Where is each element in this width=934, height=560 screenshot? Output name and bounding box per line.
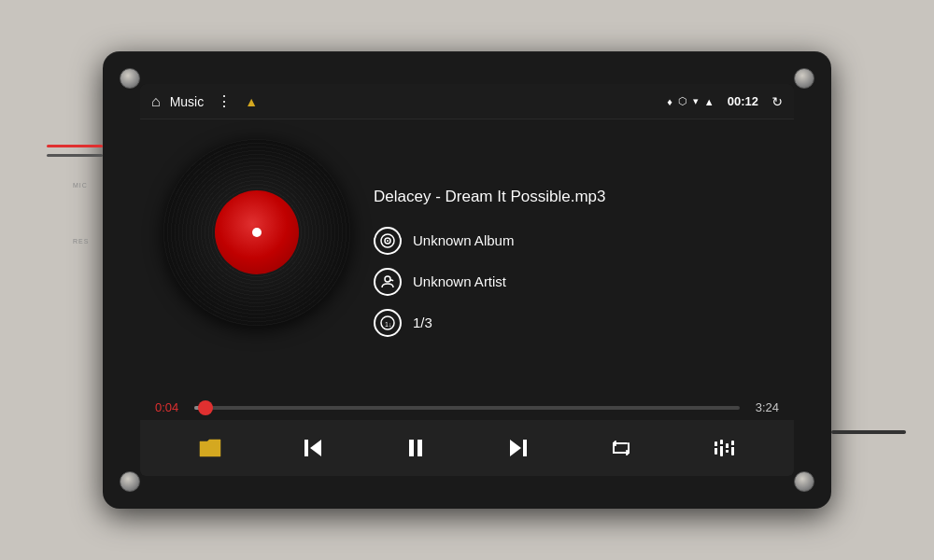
- svg-rect-16: [714, 446, 718, 448]
- mic-label: MIC: [73, 182, 88, 189]
- bluetooth-icon: ⬡: [678, 95, 687, 107]
- screw-top-right: [794, 68, 814, 89]
- next-button[interactable]: [498, 427, 539, 469]
- app-title: Music: [170, 94, 205, 109]
- track-number-label: 1/3: [413, 315, 432, 330]
- progress-thumb[interactable]: [198, 400, 213, 415]
- main-content: Delacey - Dream It Possible.mp3 Unknown …: [140, 119, 794, 395]
- equalizer-button[interactable]: [703, 427, 744, 469]
- folder-button[interactable]: [190, 427, 231, 469]
- svg-rect-7: [304, 440, 308, 456]
- svg-rect-19: [730, 445, 735, 447]
- svg-marker-6: [310, 440, 321, 456]
- screw-top-left: [120, 68, 140, 89]
- vinyl-record: [163, 139, 350, 326]
- vinyl-center-hole: [252, 228, 262, 237]
- vinyl-container: [159, 134, 355, 330]
- pause-button[interactable]: [395, 427, 436, 469]
- vinyl-label: [215, 190, 299, 274]
- res-label: RES: [73, 238, 89, 245]
- wire-cable: [831, 430, 906, 434]
- wire-red: [47, 145, 103, 147]
- artist-row: Unknown Artist: [374, 268, 775, 296]
- svg-text:1↓: 1↓: [385, 321, 391, 328]
- status-left: ⌂ Music ⋮ ▲: [151, 92, 667, 110]
- status-bar: ⌂ Music ⋮ ▲ ♦ ⬡ ▾ ▲ 00:12 ↺: [140, 84, 794, 119]
- svg-rect-9: [417, 440, 422, 456]
- svg-rect-17: [719, 444, 724, 446]
- status-icons: ♦ ⬡ ▾ ▲ 00:12 ↺: [667, 94, 783, 109]
- location-icon: ♦: [667, 96, 672, 107]
- back-icon[interactable]: ↺: [771, 94, 783, 109]
- screw-bottom-left: [120, 471, 140, 492]
- album-icon: [374, 227, 402, 255]
- artist-icon: [374, 268, 402, 296]
- warning-icon: ▲: [245, 94, 258, 109]
- svg-rect-15: [731, 441, 734, 455]
- wifi-icon: ▾: [693, 95, 699, 107]
- repeat-button[interactable]: [601, 427, 642, 469]
- current-time: 0:04: [155, 400, 185, 414]
- controls-bar: [140, 420, 794, 476]
- track-title: Delacey - Dream It Possible.mp3: [374, 188, 775, 206]
- svg-rect-13: [720, 440, 723, 456]
- svg-point-2: [387, 240, 389, 242]
- artist-label: Unknown Artist: [413, 273, 506, 289]
- screen: ⌂ Music ⋮ ▲ ♦ ⬡ ▾ ▲ 00:12 ↺: [140, 84, 794, 476]
- signal-icon: ▲: [704, 96, 715, 107]
- svg-rect-18: [725, 448, 729, 450]
- menu-dots-icon[interactable]: ⋮: [217, 92, 232, 110]
- progress-area: 0:04 3:24: [140, 395, 794, 420]
- progress-bar[interactable]: [194, 406, 740, 410]
- track-number-row: 1↓ 1/3: [374, 309, 775, 337]
- total-time: 3:24: [749, 400, 779, 414]
- svg-rect-11: [523, 440, 527, 456]
- album-label: Unknown Album: [413, 232, 514, 248]
- track-info: Delacey - Dream It Possible.mp3 Unknown …: [374, 134, 775, 380]
- screw-bottom-right: [794, 471, 814, 492]
- car-head-unit: MIC RES ⌂ Music ⋮ ▲ ♦ ⬡ ▾ ▲ 00:12 ↺: [103, 51, 831, 509]
- svg-rect-8: [409, 440, 414, 456]
- album-row: Unknown Album: [374, 227, 775, 255]
- status-time: 00:12: [728, 94, 758, 108]
- wire-dark: [47, 154, 103, 157]
- svg-marker-10: [510, 440, 521, 456]
- prev-button[interactable]: [292, 427, 333, 469]
- track-number-icon: 1↓: [374, 309, 402, 337]
- home-icon[interactable]: ⌂: [151, 93, 161, 110]
